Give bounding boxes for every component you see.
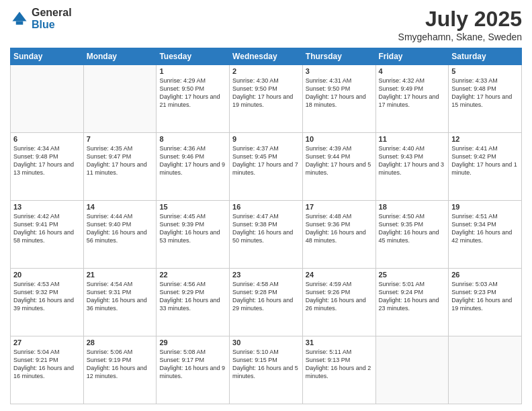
calendar-cell-w4-d5: 24Sunrise: 4:59 AM Sunset: 9:26 PM Dayli… xyxy=(302,269,375,336)
col-tuesday: Tuesday xyxy=(157,48,230,65)
day-number: 17 xyxy=(306,203,373,211)
day-number: 15 xyxy=(159,203,226,211)
col-thursday: Thursday xyxy=(302,48,375,65)
day-info: Sunrise: 4:50 AM Sunset: 9:35 PM Dayligh… xyxy=(379,212,446,245)
calendar-cell-w2-d6: 11Sunrise: 4:40 AM Sunset: 9:43 PM Dayli… xyxy=(375,133,449,201)
day-number: 7 xyxy=(87,135,154,143)
calendar-cell-w5-d7 xyxy=(449,336,522,404)
col-monday: Monday xyxy=(83,48,157,65)
day-number: 16 xyxy=(232,203,300,211)
page: General Blue July 2025 Smygehamn, Skane,… xyxy=(0,0,532,411)
calendar-cell-w3-d4: 16Sunrise: 4:47 AM Sunset: 9:38 PM Dayli… xyxy=(230,201,303,269)
day-number: 29 xyxy=(159,338,226,347)
calendar-cell-w1-d5: 3Sunrise: 4:31 AM Sunset: 9:50 PM Daylig… xyxy=(302,65,375,133)
day-info: Sunrise: 4:29 AM Sunset: 9:50 PM Dayligh… xyxy=(159,77,226,109)
week-row-2: 6Sunrise: 4:34 AM Sunset: 9:48 PM Daylig… xyxy=(11,133,522,201)
day-info: Sunrise: 4:58 AM Sunset: 9:28 PM Dayligh… xyxy=(232,280,300,313)
day-number: 25 xyxy=(379,271,446,279)
calendar-cell-w4-d4: 23Sunrise: 4:58 AM Sunset: 9:28 PM Dayli… xyxy=(230,269,303,336)
day-number: 20 xyxy=(13,271,81,279)
logo: General Blue xyxy=(10,7,72,30)
calendar-header-row: Sunday Monday Tuesday Wednesday Thursday… xyxy=(11,48,522,65)
day-info: Sunrise: 4:41 AM Sunset: 9:42 PM Dayligh… xyxy=(451,144,519,177)
calendar-cell-w4-d1: 20Sunrise: 4:53 AM Sunset: 9:32 PM Dayli… xyxy=(11,269,84,336)
day-info: Sunrise: 5:06 AM Sunset: 9:19 PM Dayligh… xyxy=(87,348,154,381)
calendar-cell-w2-d2: 7Sunrise: 4:35 AM Sunset: 9:47 PM Daylig… xyxy=(83,133,157,201)
calendar-cell-w5-d6 xyxy=(375,336,449,404)
calendar-cell-w5-d2: 28Sunrise: 5:06 AM Sunset: 9:19 PM Dayli… xyxy=(83,336,157,404)
day-number: 14 xyxy=(87,203,154,211)
calendar-cell-w2-d3: 8Sunrise: 4:36 AM Sunset: 9:46 PM Daylig… xyxy=(157,133,230,201)
day-info: Sunrise: 4:53 AM Sunset: 9:32 PM Dayligh… xyxy=(13,280,81,313)
day-info: Sunrise: 5:03 AM Sunset: 9:23 PM Dayligh… xyxy=(451,280,519,313)
calendar-cell-w1-d7: 5Sunrise: 4:33 AM Sunset: 9:48 PM Daylig… xyxy=(449,65,522,133)
week-row-1: 1Sunrise: 4:29 AM Sunset: 9:50 PM Daylig… xyxy=(11,65,522,133)
day-number: 10 xyxy=(306,135,373,143)
day-info: Sunrise: 4:59 AM Sunset: 9:26 PM Dayligh… xyxy=(306,280,373,313)
day-info: Sunrise: 4:44 AM Sunset: 9:40 PM Dayligh… xyxy=(87,212,154,245)
calendar-cell-w4-d2: 21Sunrise: 4:54 AM Sunset: 9:31 PM Dayli… xyxy=(83,269,157,336)
location: Smygehamn, Skane, Sweden xyxy=(398,32,522,42)
calendar-cell-w1-d6: 4Sunrise: 4:32 AM Sunset: 9:49 PM Daylig… xyxy=(375,65,449,133)
day-info: Sunrise: 4:31 AM Sunset: 9:50 PM Dayligh… xyxy=(306,77,373,109)
day-number: 1 xyxy=(159,67,226,75)
day-number: 22 xyxy=(159,271,226,279)
calendar-cell-w4-d3: 22Sunrise: 4:56 AM Sunset: 9:29 PM Dayli… xyxy=(157,269,230,336)
calendar-cell-w3-d7: 19Sunrise: 4:51 AM Sunset: 9:34 PM Dayli… xyxy=(449,201,522,269)
day-number: 6 xyxy=(13,135,81,143)
calendar-cell-w3-d2: 14Sunrise: 4:44 AM Sunset: 9:40 PM Dayli… xyxy=(83,201,157,269)
day-number: 23 xyxy=(232,271,300,279)
day-number: 30 xyxy=(232,338,300,347)
col-sunday: Sunday xyxy=(11,48,84,65)
week-row-5: 27Sunrise: 5:04 AM Sunset: 9:21 PM Dayli… xyxy=(11,336,522,404)
month-year: July 2025 xyxy=(398,7,522,32)
calendar-cell-w2-d1: 6Sunrise: 4:34 AM Sunset: 9:48 PM Daylig… xyxy=(11,133,84,201)
day-info: Sunrise: 5:10 AM Sunset: 9:15 PM Dayligh… xyxy=(232,348,300,381)
day-number: 24 xyxy=(306,271,373,279)
day-info: Sunrise: 4:48 AM Sunset: 9:36 PM Dayligh… xyxy=(306,212,373,245)
day-number: 2 xyxy=(232,67,300,75)
day-info: Sunrise: 4:42 AM Sunset: 9:41 PM Dayligh… xyxy=(13,212,81,245)
day-info: Sunrise: 4:36 AM Sunset: 9:46 PM Dayligh… xyxy=(159,144,226,177)
day-info: Sunrise: 4:32 AM Sunset: 9:49 PM Dayligh… xyxy=(379,77,446,109)
day-number: 4 xyxy=(379,67,446,75)
calendar-cell-w4-d6: 25Sunrise: 5:01 AM Sunset: 9:24 PM Dayli… xyxy=(375,269,449,336)
calendar-cell-w2-d4: 9Sunrise: 4:37 AM Sunset: 9:45 PM Daylig… xyxy=(230,133,303,201)
title-block: July 2025 Smygehamn, Skane, Sweden xyxy=(398,7,522,42)
calendar-cell-w1-d2 xyxy=(83,65,157,133)
day-info: Sunrise: 4:51 AM Sunset: 9:34 PM Dayligh… xyxy=(451,212,519,245)
week-row-3: 13Sunrise: 4:42 AM Sunset: 9:41 PM Dayli… xyxy=(11,201,522,269)
col-saturday: Saturday xyxy=(449,48,522,65)
logo-text: General Blue xyxy=(32,7,72,30)
day-number: 31 xyxy=(306,338,373,347)
svg-rect-1 xyxy=(16,21,24,24)
day-info: Sunrise: 4:54 AM Sunset: 9:31 PM Dayligh… xyxy=(87,280,154,313)
day-number: 11 xyxy=(379,135,446,143)
day-number: 28 xyxy=(87,338,154,347)
calendar-cell-w3-d3: 15Sunrise: 4:45 AM Sunset: 9:39 PM Dayli… xyxy=(157,201,230,269)
header: General Blue July 2025 Smygehamn, Skane,… xyxy=(10,7,522,42)
day-number: 3 xyxy=(306,67,373,75)
calendar-cell-w2-d7: 12Sunrise: 4:41 AM Sunset: 9:42 PM Dayli… xyxy=(449,133,522,201)
calendar-cell-w1-d3: 1Sunrise: 4:29 AM Sunset: 9:50 PM Daylig… xyxy=(157,65,230,133)
day-number: 8 xyxy=(159,135,226,143)
day-info: Sunrise: 4:37 AM Sunset: 9:45 PM Dayligh… xyxy=(232,144,300,177)
day-number: 9 xyxy=(232,135,300,143)
day-info: Sunrise: 4:40 AM Sunset: 9:43 PM Dayligh… xyxy=(379,144,446,177)
calendar-cell-w1-d1 xyxy=(11,65,84,133)
day-number: 21 xyxy=(87,271,154,279)
day-number: 26 xyxy=(451,271,519,279)
day-info: Sunrise: 4:56 AM Sunset: 9:29 PM Dayligh… xyxy=(159,280,226,313)
day-info: Sunrise: 4:35 AM Sunset: 9:47 PM Dayligh… xyxy=(87,144,154,177)
day-info: Sunrise: 4:30 AM Sunset: 9:50 PM Dayligh… xyxy=(232,77,300,109)
calendar-cell-w3-d6: 18Sunrise: 4:50 AM Sunset: 9:35 PM Dayli… xyxy=(375,201,449,269)
col-wednesday: Wednesday xyxy=(230,48,303,65)
day-info: Sunrise: 4:33 AM Sunset: 9:48 PM Dayligh… xyxy=(451,77,519,109)
svg-marker-0 xyxy=(13,11,27,21)
logo-icon xyxy=(10,9,29,28)
calendar-cell-w1-d4: 2Sunrise: 4:30 AM Sunset: 9:50 PM Daylig… xyxy=(230,65,303,133)
day-info: Sunrise: 4:45 AM Sunset: 9:39 PM Dayligh… xyxy=(159,212,226,245)
week-row-4: 20Sunrise: 4:53 AM Sunset: 9:32 PM Dayli… xyxy=(11,269,522,336)
day-info: Sunrise: 4:39 AM Sunset: 9:44 PM Dayligh… xyxy=(306,144,373,177)
calendar-cell-w5-d1: 27Sunrise: 5:04 AM Sunset: 9:21 PM Dayli… xyxy=(11,336,84,404)
